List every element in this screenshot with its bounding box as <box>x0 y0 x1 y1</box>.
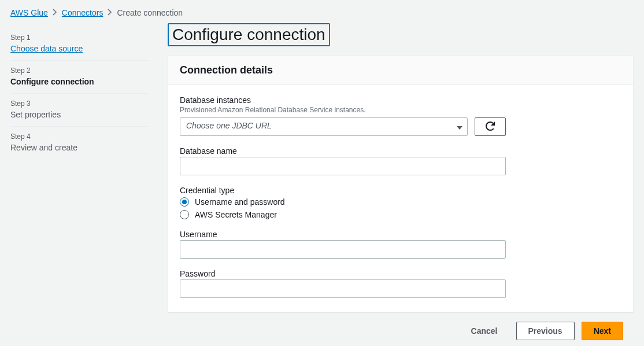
step-title: Configure connection <box>10 77 149 86</box>
password-input[interactable] <box>180 279 506 298</box>
step-title[interactable]: Choose data source <box>10 44 149 53</box>
database-name-field: Database name <box>180 146 621 175</box>
chevron-right-icon <box>106 8 113 17</box>
radio-label: Username and password <box>195 197 285 207</box>
refresh-icon <box>486 122 495 132</box>
radio-icon <box>180 197 189 207</box>
step-title: Review and create <box>10 143 149 152</box>
credential-type-userpass-radio[interactable]: Username and password <box>180 197 621 207</box>
connection-details-panel: Connection details Database instances Pr… <box>168 56 634 312</box>
wizard-step-4: Step 4 Review and create <box>10 127 149 159</box>
credential-type-secrets-radio[interactable]: AWS Secrets Manager <box>180 210 621 219</box>
step-number: Step 3 <box>10 100 149 108</box>
cancel-button[interactable]: Cancel <box>460 322 509 340</box>
radio-icon <box>180 210 189 219</box>
password-field: Password <box>180 269 621 298</box>
wizard-step-2: Step 2 Configure connection <box>10 61 149 94</box>
step-number: Step 2 <box>10 67 149 75</box>
breadcrumb-section[interactable]: Connectors <box>62 8 103 17</box>
wizard-footer: Cancel Previous Next <box>168 312 634 340</box>
step-number: Step 4 <box>10 132 149 141</box>
field-label: Credential type <box>180 186 621 195</box>
step-number: Step 1 <box>10 34 149 42</box>
database-name-input[interactable] <box>180 157 506 175</box>
username-field: Username <box>180 230 621 259</box>
caret-down-icon <box>457 122 462 131</box>
field-label: Database instances <box>180 95 621 105</box>
page-title: Configure connection <box>168 23 330 46</box>
refresh-button[interactable] <box>475 117 506 136</box>
wizard-steps: Step 1 Choose data source Step 2 Configu… <box>10 23 149 340</box>
field-label: Password <box>180 269 621 278</box>
field-label: Username <box>180 230 621 239</box>
wizard-step-3: Step 3 Set properties <box>10 94 149 127</box>
database-instances-select[interactable]: Choose one JDBC URL <box>180 117 468 136</box>
breadcrumb: AWS Glue Connectors Create connection <box>0 0 644 23</box>
database-instances-field: Database instances Provisioned Amazon Re… <box>180 95 621 136</box>
field-description: Provisioned Amazon Relational Database S… <box>180 106 621 114</box>
next-button[interactable]: Next <box>582 322 623 340</box>
previous-button[interactable]: Previous <box>516 322 575 340</box>
breadcrumb-root[interactable]: AWS Glue <box>10 8 48 17</box>
wizard-step-1[interactable]: Step 1 Choose data source <box>10 28 149 61</box>
chevron-right-icon <box>51 8 58 17</box>
panel-header: Connection details <box>168 56 633 85</box>
username-input[interactable] <box>180 240 506 259</box>
breadcrumb-current: Create connection <box>117 8 183 17</box>
radio-label: AWS Secrets Manager <box>195 210 277 219</box>
step-title: Set properties <box>10 110 149 119</box>
select-placeholder: Choose one JDBC URL <box>186 121 272 130</box>
credential-type-field: Credential type Username and password AW… <box>180 186 621 219</box>
field-label: Database name <box>180 146 621 156</box>
